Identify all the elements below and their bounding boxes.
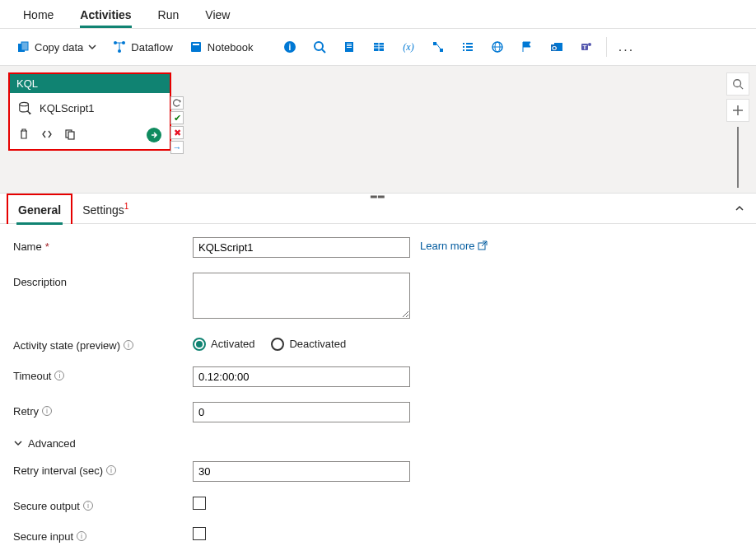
info-icon[interactable]: i [124, 340, 133, 350]
svg-line-44 [740, 86, 744, 90]
info-icon[interactable]: i [42, 406, 52, 416]
svg-rect-1 [21, 42, 28, 50]
svg-point-43 [734, 80, 741, 87]
dataflow-button[interactable]: Dataflow [106, 37, 180, 57]
name-input[interactable] [193, 237, 410, 258]
pipeline-icon[interactable] [425, 34, 451, 60]
collapse-panel-button[interactable] [730, 198, 749, 218]
copy-data-label: Copy data [35, 41, 83, 54]
radio-deactivated-label: Deactivated [289, 338, 346, 350]
info-icon[interactable]: i [106, 465, 116, 475]
svg-rect-7 [193, 44, 199, 45]
canvas-search-button[interactable] [726, 72, 749, 96]
svg-line-11 [322, 49, 325, 53]
svg-rect-14 [347, 45, 352, 46]
secure-input-checkbox[interactable] [193, 527, 206, 540]
activity-node-title: KQLScript1 [40, 102, 94, 114]
tab-general-label: General [18, 203, 61, 217]
pipeline-canvas[interactable]: KQL KQLScript1 ✔ ✖ → [0, 66, 756, 194]
canvas-tools [726, 72, 749, 188]
info-icon[interactable]: i [277, 34, 303, 60]
notebook-button[interactable]: Notebook [183, 37, 260, 57]
retry-interval-input[interactable] [193, 461, 410, 482]
svg-text:T: T [582, 44, 586, 51]
globe-icon[interactable] [484, 34, 511, 60]
chevron-down-icon [88, 41, 96, 54]
scroll-icon[interactable] [336, 34, 362, 60]
svg-rect-25 [463, 46, 464, 48]
svg-text:i: i [288, 43, 291, 52]
toolbar-separator [606, 37, 607, 57]
learn-more-link[interactable]: Learn more [420, 237, 488, 252]
activity-node-kql[interactable]: KQL KQLScript1 ✔ ✖ → [8, 72, 171, 151]
teams-icon[interactable]: T [573, 34, 600, 60]
tab-settings-label: Settings [82, 203, 124, 217]
copy-icon[interactable] [64, 128, 76, 142]
secure-output-label: Secure output i [13, 497, 186, 512]
svg-rect-13 [347, 44, 352, 44]
run-arrow-icon[interactable] [147, 128, 161, 142]
radio-activated[interactable]: Activated [193, 338, 254, 351]
top-nav: Home Activities Run View [0, 0, 756, 29]
copy-data-button[interactable]: Copy data [10, 37, 103, 57]
search-icon[interactable] [306, 34, 333, 60]
svg-rect-26 [466, 46, 473, 48]
advanced-label: Advanced [28, 437, 76, 450]
retry-input[interactable] [193, 402, 410, 422]
svg-rect-27 [463, 49, 464, 51]
table-icon[interactable] [366, 34, 392, 60]
radio-deactivated[interactable]: Deactivated [271, 338, 346, 351]
name-label: Name * [13, 237, 186, 253]
dataflow-label: Dataflow [131, 41, 173, 54]
dataflow-icon [113, 40, 126, 54]
description-input[interactable] [193, 273, 410, 319]
info-icon[interactable]: i [77, 531, 86, 541]
svg-point-38 [20, 102, 29, 105]
list-icon[interactable] [455, 34, 481, 60]
info-icon[interactable]: i [83, 501, 93, 511]
svg-rect-41 [68, 132, 74, 139]
info-icon[interactable]: i [54, 371, 64, 380]
timeout-input[interactable] [193, 366, 410, 387]
secure-output-checkbox[interactable] [193, 497, 206, 510]
radio-activated-label: Activated [211, 338, 254, 350]
resize-handle[interactable]: ▂▂ [362, 189, 394, 196]
svg-rect-28 [466, 49, 473, 51]
nav-tab-activities[interactable]: Activities [67, 0, 144, 28]
svg-rect-15 [347, 47, 352, 48]
advanced-toggle[interactable]: Advanced [13, 437, 743, 450]
svg-rect-21 [433, 42, 436, 45]
outlook-icon[interactable]: O [544, 34, 570, 60]
activity-ports: ✔ ✖ → [170, 96, 184, 154]
svg-rect-24 [466, 43, 473, 44]
canvas-add-button[interactable] [726, 99, 749, 122]
port-fail-icon[interactable]: ✖ [170, 126, 184, 139]
nav-tab-view[interactable]: View [192, 0, 243, 28]
delete-icon[interactable] [18, 128, 30, 142]
timeout-label: Timeout i [13, 366, 186, 382]
port-loop-icon[interactable] [170, 96, 184, 110]
ellipsis-icon: ... [618, 40, 634, 54]
copy-data-icon [16, 40, 30, 54]
general-form: Name * Learn more Description Activity s… [0, 224, 756, 560]
code-icon[interactable] [41, 128, 53, 142]
variable-icon[interactable]: (x) [395, 34, 422, 60]
secure-input-label: Secure input i [13, 527, 186, 543]
database-script-icon [18, 101, 31, 114]
activity-state-label: Activity state (preview) i [13, 336, 186, 352]
activity-node-header: KQL [10, 74, 170, 93]
flag-icon[interactable] [514, 34, 540, 60]
more-button[interactable]: ... [614, 34, 640, 60]
external-link-icon [478, 240, 488, 250]
description-label: Description [13, 273, 186, 288]
svg-rect-23 [463, 43, 464, 44]
activities-toolbar: Copy data Dataflow Notebook i (x) [0, 29, 756, 66]
nav-tab-home[interactable]: Home [10, 0, 67, 28]
tab-general[interactable]: General [7, 194, 72, 224]
tab-settings[interactable]: Settings1 [72, 194, 138, 223]
port-success-icon[interactable]: ✔ [170, 111, 184, 124]
nav-tab-run[interactable]: Run [145, 0, 193, 28]
port-arrow-icon[interactable]: → [170, 141, 184, 154]
notebook-icon [189, 40, 203, 54]
settings-badge: 1 [124, 202, 129, 211]
